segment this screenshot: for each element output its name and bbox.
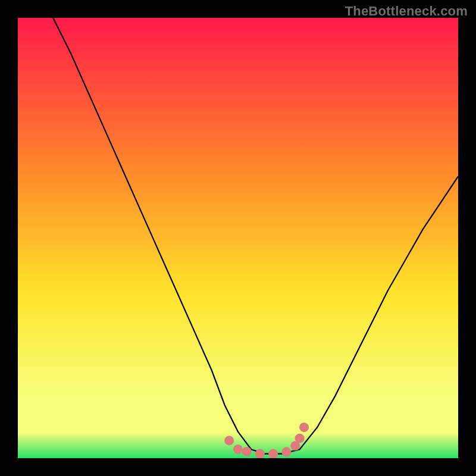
marker-point [295,434,305,443]
marker-point [233,444,243,454]
marker-point [242,447,252,456]
marker-point [299,422,309,432]
watermark-text: TheBottleneck.com [345,4,468,19]
marker-point [255,449,265,459]
chart-frame: { "watermark": "TheBottleneck.com", "col… [0,0,476,476]
marker-point [224,436,234,445]
chart-svg [0,0,476,476]
marker-point [268,449,278,459]
marker-point [281,447,291,457]
